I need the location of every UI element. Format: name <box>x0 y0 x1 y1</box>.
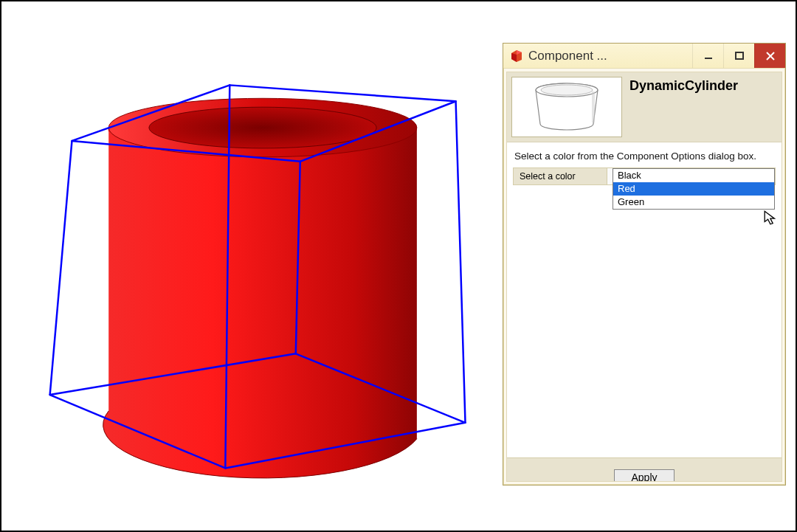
maximize-button[interactable] <box>723 44 754 68</box>
color-field-label: Select a color <box>514 171 607 182</box>
close-button[interactable] <box>754 44 785 68</box>
minimize-button[interactable] <box>692 44 723 68</box>
dialog-footer: Apply <box>507 457 782 481</box>
component-name: DynamicCylinder <box>629 77 738 94</box>
titlebar[interactable]: Component ... <box>503 44 785 69</box>
option-black[interactable]: Black <box>613 169 774 182</box>
component-options-dialog: Component ... <box>503 43 786 486</box>
color-field-row: Select a color Red Black Red Green <box>513 167 776 185</box>
apply-button[interactable]: Apply <box>614 469 674 481</box>
component-header: DynamicCylinder <box>507 72 782 142</box>
option-green[interactable]: Green <box>613 196 774 209</box>
app-frame: Component ... <box>0 0 797 532</box>
component-thumbnail <box>511 77 622 137</box>
color-select-dropdown[interactable]: Black Red Green <box>613 168 775 210</box>
sketchup-icon <box>509 49 524 63</box>
dialog-body: DynamicCylinder Select a color from the … <box>506 72 782 482</box>
svg-point-1 <box>149 107 376 148</box>
svg-line-4 <box>50 141 72 395</box>
window-title: Component ... <box>528 49 692 63</box>
svg-point-13 <box>541 85 593 95</box>
svg-rect-9 <box>736 52 743 59</box>
component-description: Select a color from the Component Option… <box>507 142 782 167</box>
option-red[interactable]: Red <box>613 182 774 196</box>
svg-line-6 <box>456 101 466 423</box>
